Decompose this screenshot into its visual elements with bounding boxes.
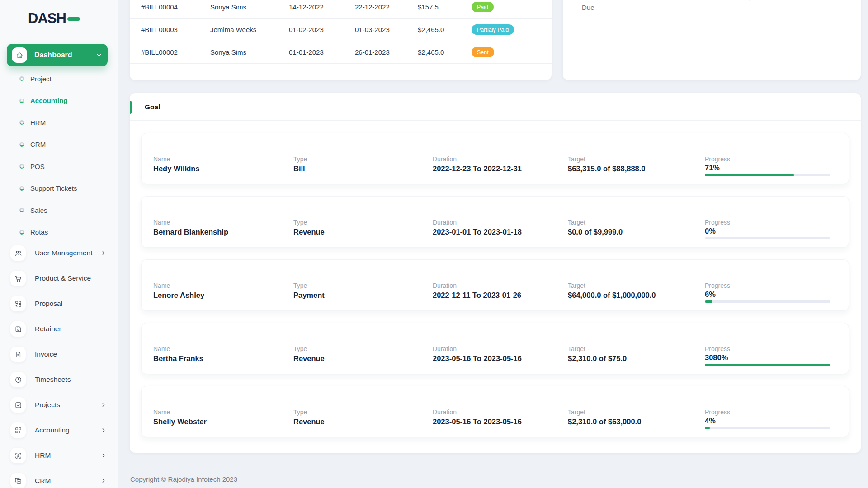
sidebar-item-accounting[interactable]: Accounting: [0, 90, 118, 112]
sidebar-item-label: HRM: [35, 451, 51, 460]
sidebar-item-label: Proposal: [35, 300, 62, 308]
sidebar-item-label: Product & Service: [35, 274, 91, 282]
goal-duration: 2023-05-16 To 2023-05-16: [433, 418, 568, 426]
bill-date: 01-01-2023: [289, 48, 355, 56]
field-label: Progress: [705, 345, 830, 352]
goal-target: $2,310.0 of $63,000.0: [568, 418, 705, 426]
bullet-icon: [19, 208, 24, 212]
field-label: Target: [568, 155, 705, 163]
bill-customer: Jemima Weeks: [210, 26, 289, 33]
goal-duration: 2023-01-01 To 2023-01-18: [433, 228, 568, 236]
summary-total-label: Total: [581, 0, 598, 2]
sidebar-item-label: Invoice: [35, 350, 57, 358]
users-icon: [10, 245, 26, 261]
document-icon: [10, 347, 26, 362]
goal-name: Bernard Blankenship: [153, 228, 293, 236]
bill-amount: $2,465.0: [418, 26, 472, 33]
summary-due-label: Due: [582, 4, 594, 11]
dashboard-submenu: Project Accounting HRM CRM POS Support T…: [0, 68, 118, 243]
sidebar-item-retainer[interactable]: Retainer: [0, 316, 118, 342]
sidebar-item-label: Accounting: [30, 97, 68, 104]
goal-section-header: Goal: [130, 93, 861, 121]
goal-duration: 2022-12-11 To 2023-01-26: [433, 291, 568, 300]
sidebar-item-label: Projects: [35, 401, 60, 409]
goal-progress-percent: 4%: [705, 417, 830, 425]
chevron-down-icon: [96, 52, 102, 60]
bill-due-date: 26-01-2023: [355, 48, 418, 56]
goal-card: NameBertha Franks TypeRevenue Duration20…: [141, 323, 849, 374]
goal-card: NameLenore Ashley TypePayment Duration20…: [141, 259, 849, 311]
sidebar-item-label: HRM: [30, 119, 46, 127]
sidebar-item-label: Retainer: [35, 325, 61, 333]
sidebar-item-label: Accounting: [35, 426, 70, 434]
cart-icon: [10, 271, 26, 286]
goal-duration: 2022-12-23 To 2022-12-31: [433, 164, 568, 173]
sidebar-item-crm-group[interactable]: CRM: [0, 468, 118, 488]
sidebar-item-dashboard[interactable]: Dashboard: [7, 44, 108, 66]
bill-id: #BILL00004: [141, 3, 210, 11]
check-square-icon: [10, 397, 26, 413]
goal-card: NameBernard Blankenship TypeRevenue Dura…: [141, 196, 849, 248]
section-title: Goal: [145, 103, 160, 111]
sidebar-item-label: Timesheets: [35, 375, 71, 384]
sidebar-item-product-service[interactable]: Product & Service: [0, 266, 118, 291]
goal-target: $64,000.0 of $1,000,000.0: [568, 291, 705, 300]
sidebar-item-hrm-group[interactable]: HRM: [0, 443, 118, 468]
summary-total-value: $0.0: [748, 0, 762, 2]
app-logo[interactable]: DASH: [28, 10, 80, 27]
sidebar-item-crm[interactable]: CRM: [0, 134, 118, 156]
goal-list: NameHedy Wilkins TypeBill Duration2022-1…: [141, 121, 849, 437]
invoice-summary-card: Total $0.0 Due: [563, 0, 861, 80]
field-label: Progress: [705, 282, 830, 289]
bullet-icon: [19, 76, 24, 81]
sidebar-item-label: Project: [30, 75, 52, 83]
sidebar-menu: User Management Product & Service Propos…: [0, 240, 118, 488]
goal-target: $0.0 of $9,999.0: [568, 228, 705, 236]
progress-bar: [705, 174, 830, 176]
field-label: Progress: [705, 408, 830, 416]
table-row[interactable]: #BILL00003 Jemima Weeks 01-02-2023 01-03…: [130, 19, 552, 41]
sidebar-item-label: POS: [30, 163, 45, 170]
logo-wordmark: DASH: [28, 10, 66, 27]
home-icon: [12, 47, 27, 63]
goal-name: Shelly Webster: [153, 418, 293, 426]
bill-customer: Sonya Sims: [210, 48, 289, 56]
field-label: Duration: [433, 282, 568, 289]
sidebar-item-support-tickets[interactable]: Support Tickets: [0, 178, 118, 200]
field-label: Duration: [433, 219, 568, 226]
sidebar-item-rotas[interactable]: Rotas: [0, 221, 118, 244]
field-label: Target: [568, 219, 705, 226]
field-label: Duration: [433, 345, 568, 352]
sidebar-item-project[interactable]: Project: [0, 68, 118, 90]
table-row[interactable]: #BILL00002 Sonya Sims 01-01-2023 26-01-2…: [130, 41, 552, 64]
goal-type: Revenue: [293, 228, 433, 236]
field-label: Name: [153, 282, 293, 289]
progress-bar: [705, 427, 830, 429]
sidebar-item-hrm[interactable]: HRM: [0, 112, 118, 134]
sidebar-item-pos[interactable]: POS: [0, 155, 118, 178]
field-label: Name: [153, 155, 293, 163]
bill-amount: $157.5: [418, 3, 472, 11]
chevron-right-icon: [100, 250, 107, 258]
field-label: Progress: [705, 219, 830, 226]
chevron-right-icon: [100, 427, 107, 435]
sidebar-item-projects[interactable]: Projects: [0, 392, 118, 418]
field-label: Type: [293, 408, 433, 416]
goal-name: Bertha Franks: [153, 354, 293, 363]
sidebar-item-proposal[interactable]: Proposal: [0, 291, 118, 316]
bullet-icon: [19, 99, 24, 103]
sidebar-item-user-management[interactable]: User Management: [0, 240, 118, 266]
bills-table: #BILL00004 Sonya Sims 14-12-2022 22-12-2…: [130, 0, 552, 64]
sidebar-item-label: Sales: [30, 206, 47, 214]
goal-target: $2,310.0 of $75.0: [568, 354, 705, 363]
sidebar-item-sales[interactable]: Sales: [0, 199, 118, 221]
sidebar-item-timesheets[interactable]: Timesheets: [0, 367, 118, 392]
field-label: Type: [293, 219, 433, 226]
bullet-icon: [19, 120, 24, 125]
sidebar-item-invoice[interactable]: Invoice: [0, 342, 118, 367]
progress-bar-fill: [705, 174, 794, 176]
field-label: Target: [568, 282, 705, 289]
field-label: Name: [153, 219, 293, 226]
table-row[interactable]: #BILL00004 Sonya Sims 14-12-2022 22-12-2…: [130, 0, 552, 19]
sidebar-item-accounting-group[interactable]: Accounting: [0, 418, 118, 443]
